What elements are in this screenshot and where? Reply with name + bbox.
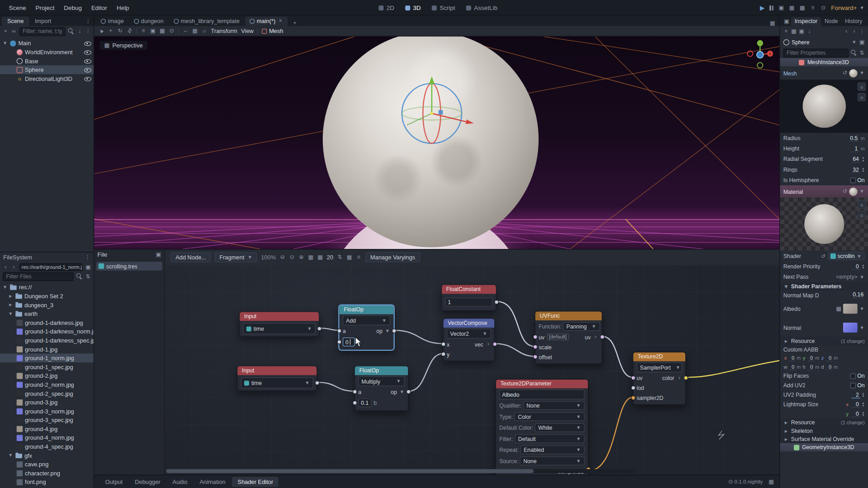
attach-script-icon[interactable]: ↓	[77, 28, 82, 34]
radial-segments-value[interactable]: 64	[851, 156, 860, 163]
add-node-button[interactable]: Add Node...	[170, 252, 211, 262]
revert-icon[interactable]: ↺	[821, 253, 826, 258]
checkbox[interactable]	[850, 177, 855, 183]
tab-animation[interactable]: Animation	[194, 477, 231, 487]
spinner-arrows[interactable]: ▲▼	[862, 167, 865, 172]
dock-options-icon[interactable]: ⋮	[82, 17, 93, 26]
screenshot-icon[interactable]: ▩	[799, 5, 805, 10]
graph-hscrollbar-thumb[interactable]	[166, 469, 533, 473]
file-row-selected[interactable]: ground-1_norm.jpg	[0, 353, 94, 362]
surface-material-override-section[interactable]: ▸ Surface Material Override	[780, 435, 868, 443]
render-priority-row[interactable]: Render Priority 0▲▼	[780, 261, 868, 272]
movie-maker-icon[interactable]: ▣	[778, 5, 784, 10]
shader-resource-dropdown[interactable]: scrollin ▾	[827, 252, 864, 260]
file-row[interactable]: ground-4_spec.jpg	[0, 442, 94, 451]
expand-bottom-panel-icon[interactable]: ▦	[769, 479, 774, 484]
visibility-eye-icon[interactable]	[84, 66, 91, 73]
scene-tab-dungeon[interactable]: dungeon	[129, 17, 168, 26]
scene-node-sphere[interactable]: Sphere	[0, 65, 94, 74]
flip-faces-row[interactable]: Flip Faces On	[780, 371, 868, 381]
spinner-arrows[interactable]: ▲▼	[862, 392, 865, 398]
tab-import[interactable]: Import	[29, 17, 57, 26]
scene-tab-main[interactable]: main(*)×	[245, 17, 288, 26]
input-port-lod[interactable]	[631, 385, 635, 390]
transform-menu[interactable]: Transform	[211, 28, 237, 34]
input-port-b[interactable]	[337, 340, 341, 344]
light-toggle-1-button[interactable]: ☼	[858, 200, 866, 208]
new-resource-icon[interactable]: +	[783, 28, 789, 34]
aabb-h-value[interactable]: 0	[807, 364, 814, 370]
view-menu[interactable]: View	[241, 28, 254, 34]
light-toggle-2-button[interactable]: ☼	[858, 211, 866, 219]
transform-gizmo[interactable]: x	[94, 37, 779, 249]
close-icon[interactable]: ×	[278, 18, 283, 23]
spinner-arrows[interactable]: ▲▼	[862, 411, 865, 416]
default-color-dropdown[interactable]: White▾	[535, 423, 585, 432]
scene-node-directionallight[interactable]: ☼ DirectionalLight3D	[0, 74, 94, 83]
next-pass-row[interactable]: Next Pass <empty>▾	[780, 272, 868, 282]
aabb-w-value[interactable]: 0	[789, 364, 796, 370]
expand-arrow-icon[interactable]: ▾	[8, 453, 13, 458]
is-hemisphere-row[interactable]: Is Hemisphere On	[780, 175, 868, 185]
grid-pattern-icon[interactable]: ▩	[317, 254, 323, 260]
shader-node-input-time-1[interactable]: Input time ▾	[239, 311, 320, 337]
operation-dropdown[interactable]: Add▾	[343, 315, 390, 325]
menu-scene[interactable]: Scene	[5, 3, 31, 13]
menu-project[interactable]: Project	[31, 3, 59, 13]
edited-object-row[interactable]: Sphere ▾ ▣	[780, 37, 868, 47]
file-row[interactable]: ground-2.jpg	[0, 371, 94, 380]
expand-arrow-icon[interactable]: ▸	[8, 302, 13, 308]
play-button[interactable]: ▶	[760, 4, 764, 11]
visibility-eye-icon[interactable]	[84, 57, 91, 64]
material-section-row[interactable]: Material ↺ ▾	[780, 185, 868, 197]
zoom-reset-icon[interactable]: ⊙	[289, 254, 294, 260]
value-b-field[interactable]: 0	[343, 338, 355, 347]
output-port-op[interactable]	[392, 328, 396, 333]
file-filter-input[interactable]	[3, 272, 74, 281]
filter-dropdown[interactable]: Default▾	[515, 434, 585, 443]
workspace-2d-button[interactable]: 2D	[374, 3, 399, 13]
viewport-3d[interactable]: x ▩ Perspective	[94, 37, 779, 249]
aabb-y-value[interactable]: 0	[807, 355, 814, 361]
material-thumbnail[interactable]	[849, 187, 857, 195]
scene-node-main[interactable]: ▾ Main	[0, 39, 94, 48]
new-scene-tab-icon[interactable]: +	[289, 20, 301, 26]
profiler-icon[interactable]: ≡	[810, 5, 816, 10]
snap-icon[interactable]: ▦	[192, 28, 198, 33]
file-row[interactable]: ▸dungeon_3	[0, 300, 94, 310]
input-source-dropdown[interactable]: time ▾	[241, 377, 313, 388]
instance-scene-icon[interactable]: ∞	[11, 28, 16, 34]
expand-output-icon[interactable]: ▾	[399, 389, 405, 394]
file-row[interactable]: ground-4.jpg	[0, 424, 94, 433]
load-resource-icon[interactable]: ▩	[791, 28, 797, 34]
file-menu[interactable]: File	[98, 251, 108, 258]
file-row[interactable]: cave.png	[0, 460, 94, 469]
function-dropdown[interactable]: Panning▾	[563, 322, 600, 331]
chevron-down-icon[interactable]: ▾	[859, 189, 864, 194]
mesh-thumbnail[interactable]	[849, 69, 857, 77]
scene-node-worldenvironment[interactable]: WorldEnvironment	[0, 47, 94, 56]
type-dropdown[interactable]: Color▾	[514, 412, 585, 421]
aabb-position-row[interactable]: x0m y0m z0m	[780, 353, 868, 362]
shader-node-vectorcompose[interactable]: VectorCompose Vector2▾ xvec› y	[443, 318, 495, 361]
workspace-script-button[interactable]: Script	[427, 3, 459, 13]
albedo-texture-thumbnail[interactable]	[843, 304, 858, 314]
shader-node-floatop-multiply[interactable]: FloatOp Multiply▾ aop▾ 0.1b	[354, 366, 409, 411]
expand-arrow-icon[interactable]: ▸	[8, 293, 13, 299]
aabb-size-row[interactable]: w0m h0m d0m	[780, 362, 868, 371]
file-row[interactable]: ▾res://	[0, 283, 94, 292]
pin-icon[interactable]: ▣	[859, 39, 864, 45]
arrange-icon[interactable]: ⇅	[337, 254, 343, 260]
visibility-eye-icon[interactable]	[84, 40, 91, 47]
file-row[interactable]: ground-1-darkness.jpg	[0, 318, 94, 327]
qualifier-dropdown[interactable]: None▾	[523, 401, 585, 410]
normal-texture-thumbnail[interactable]	[843, 323, 858, 333]
rotate-tool-icon[interactable]: ↻	[118, 28, 123, 33]
albedo-texture-row[interactable]: Albedo ▩▾	[780, 299, 868, 318]
split-mode-icon[interactable]: ▣	[85, 264, 91, 270]
output-port[interactable]	[315, 380, 319, 385]
normal-map-depth-value[interactable]: 0.16	[852, 291, 865, 298]
tab-debugger[interactable]: Debugger	[129, 477, 166, 487]
normal-map-depth-row[interactable]: Normal Map D 0.16	[780, 291, 868, 300]
expand-arrow-icon[interactable]: ▾	[8, 311, 13, 316]
